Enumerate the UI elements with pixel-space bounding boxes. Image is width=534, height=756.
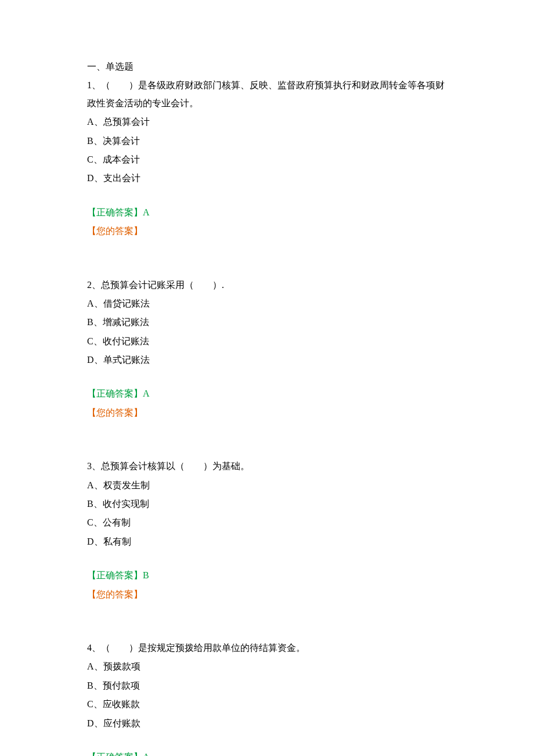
option-item: C、收付记账法 xyxy=(87,333,447,350)
question-block: 1、（ ）是各级政府财政部门核算、反映、监督政府预算执行和财政周转金等各项财政性… xyxy=(87,77,447,240)
option-item: B、预付款项 xyxy=(87,677,447,694)
question-body: 总预算会计记账采用（ ）. xyxy=(101,280,224,290)
option-item: D、应付账款 xyxy=(87,715,447,732)
question-body: （ ）是按规定预拨给用款单位的待结算资金。 xyxy=(101,643,305,653)
answer-block: 【正确答案】A 【您的答案】 xyxy=(87,204,447,240)
correct-answer: 【正确答案】B xyxy=(87,567,447,584)
question-text: 2、总预算会计记账采用（ ）. xyxy=(87,276,447,294)
question-text: 3、总预算会计核算以（ ）为基础。 xyxy=(87,458,447,475)
correct-answer-label: 【正确答案】 xyxy=(87,207,143,217)
options-list: A、总预算会计 B、决算会计 C、成本会计 D、支出会计 xyxy=(87,113,447,188)
options-list: A、借贷记账法 B、增减记账法 C、收付记账法 D、单式记账法 xyxy=(87,295,447,369)
correct-answer-value: A xyxy=(143,752,150,756)
options-list: A、预拨款项 B、预付款项 C、应收账款 D、应付账款 xyxy=(87,658,447,732)
option-item: A、总预算会计 xyxy=(87,113,447,131)
correct-answer: 【正确答案】A xyxy=(87,748,447,756)
option-item: D、私有制 xyxy=(87,533,447,550)
correct-answer-label: 【正确答案】 xyxy=(87,752,143,756)
question-number: 4、 xyxy=(87,643,101,653)
option-item: C、成本会计 xyxy=(87,151,447,168)
option-item: B、决算会计 xyxy=(87,132,447,150)
option-item: B、收付实现制 xyxy=(87,495,447,513)
correct-answer-label: 【正确答案】 xyxy=(87,570,143,580)
option-item: B、增减记账法 xyxy=(87,314,447,331)
question-text: 4、（ ）是按规定预拨给用款单位的待结算资金。 xyxy=(87,639,447,657)
question-number: 2、 xyxy=(87,280,101,290)
your-answer: 【您的答案】 xyxy=(87,586,447,603)
section-title: 一、单选题 xyxy=(87,58,447,75)
option-item: C、应收账款 xyxy=(87,696,447,713)
your-answer: 【您的答案】 xyxy=(87,404,447,422)
correct-answer-value: A xyxy=(143,388,150,398)
correct-answer-value: B xyxy=(143,570,149,580)
question-number: 1、 xyxy=(87,80,101,90)
question-body: （ ）是各级政府财政部门核算、反映、监督政府预算执行和财政周转金等各项财政性资金… xyxy=(87,80,445,107)
correct-answer-value: A xyxy=(143,207,150,217)
option-item: A、权责发生制 xyxy=(87,477,447,494)
question-block: 2、总预算会计记账采用（ ）. A、借贷记账法 B、增减记账法 C、收付记账法 … xyxy=(87,276,447,422)
answer-block: 【正确答案】A xyxy=(87,748,447,756)
answer-block: 【正确答案】A 【您的答案】 xyxy=(87,385,447,422)
correct-answer-label: 【正确答案】 xyxy=(87,388,143,398)
answer-block: 【正确答案】B 【您的答案】 xyxy=(87,567,447,603)
option-item: A、借贷记账法 xyxy=(87,295,447,312)
question-body: 总预算会计核算以（ ）为基础。 xyxy=(101,461,250,471)
option-item: D、支出会计 xyxy=(87,170,447,187)
question-block: 4、（ ）是按规定预拨给用款单位的待结算资金。 A、预拨款项 B、预付款项 C、… xyxy=(87,639,447,756)
options-list: A、权责发生制 B、收付实现制 C、公有制 D、私有制 xyxy=(87,477,447,551)
your-answer: 【您的答案】 xyxy=(87,222,447,240)
option-item: A、预拨款项 xyxy=(87,658,447,675)
correct-answer: 【正确答案】A xyxy=(87,385,447,402)
question-text: 1、（ ）是各级政府财政部门核算、反映、监督政府预算执行和财政周转金等各项财政性… xyxy=(87,77,447,112)
question-number: 3、 xyxy=(87,461,101,471)
option-item: D、单式记账法 xyxy=(87,351,447,369)
question-block: 3、总预算会计核算以（ ）为基础。 A、权责发生制 B、收付实现制 C、公有制 … xyxy=(87,458,447,603)
option-item: C、公有制 xyxy=(87,514,447,531)
correct-answer: 【正确答案】A xyxy=(87,204,447,221)
